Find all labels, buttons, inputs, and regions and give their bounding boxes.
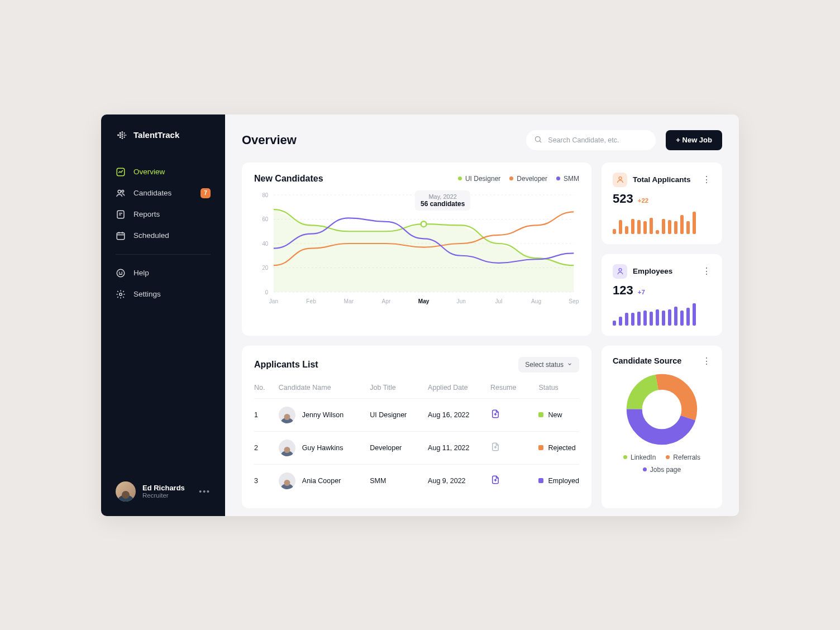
col-no: No.: [254, 380, 279, 399]
table-row[interactable]: 3 Ania Cooper SMM Aug 9, 2022 Employed: [254, 464, 579, 497]
applicants-card: Total Applicants ⋮ 523 +22: [602, 163, 722, 244]
main-content: Overview Search Candidate, etc. + New Jo…: [225, 114, 739, 516]
candidate-source-card: Candidate Source ⋮ LinkedIn Referrals Jo…: [602, 346, 722, 508]
nav-reports[interactable]: Reports: [109, 204, 217, 225]
svg-rect-16: [117, 232, 125, 239]
more-icon[interactable]: ⋮: [702, 174, 711, 185]
svg-point-10: [123, 136, 125, 137]
nav-scheduled[interactable]: Scheduled: [109, 225, 217, 246]
page-title: Overview: [242, 133, 297, 147]
primary-nav: Overview Candidates 7 Reports Scheduled: [101, 161, 225, 246]
reports-icon: [116, 209, 126, 219]
applicants-sparkline: [613, 212, 711, 234]
job-title: Developer: [370, 431, 428, 464]
user-info: Ed Richards Recruiter: [142, 484, 185, 499]
applicants-table: No. Candidate Name Job Title Applied Dat…: [254, 380, 579, 497]
svg-point-0: [117, 134, 119, 136]
nav-settings[interactable]: Settings: [109, 284, 217, 305]
row-no: 3: [254, 464, 279, 497]
search-icon: [534, 135, 542, 145]
svg-point-41: [421, 221, 427, 227]
user-role: Recruiter: [142, 492, 185, 499]
resume-icon[interactable]: [490, 479, 500, 487]
donut-legend: LinkedIn Referrals Jobs page: [613, 454, 711, 474]
svg-text:Feb: Feb: [306, 298, 316, 304]
svg-text:Aug: Aug: [531, 298, 541, 304]
status-label: Employed: [548, 477, 579, 485]
status-cell: Employed: [538, 477, 579, 485]
legend-referrals: Referrals: [666, 454, 700, 461]
more-icon[interactable]: ⋮: [702, 266, 711, 276]
new-job-button[interactable]: + New Job: [666, 130, 722, 150]
nav-label: Reports: [133, 210, 160, 218]
status-cell: New: [538, 411, 579, 419]
table-row[interactable]: 1 Jenny Wilson UI Designer Aug 16, 2022 …: [254, 398, 579, 431]
legend-dev: Developer: [509, 175, 547, 183]
resume-icon[interactable]: [490, 413, 500, 421]
svg-point-13: [118, 190, 121, 193]
chart-tooltip: May, 2022 56 candidates: [415, 190, 470, 211]
svg-point-3: [120, 136, 121, 138]
nav-label: Help: [133, 269, 149, 277]
candidate-cell: Jenny Wilson: [279, 407, 370, 423]
job-title: SMM: [370, 464, 428, 497]
svg-point-5: [122, 133, 123, 135]
source-title: Candidate Source: [613, 356, 681, 365]
svg-point-6: [122, 135, 123, 137]
svg-text:80: 80: [262, 192, 268, 198]
employees-icon: [613, 264, 627, 279]
search-input[interactable]: Search Candidate, etc.: [526, 130, 656, 150]
employees-sparkline: [613, 303, 711, 326]
content-grid: New Candidates UI Designer Developer SMM…: [242, 163, 722, 508]
nav-help[interactable]: Help: [109, 262, 217, 284]
candidate-cell: Ania Cooper: [279, 472, 370, 489]
svg-point-4: [122, 131, 123, 133]
resume-icon[interactable]: [490, 446, 500, 454]
table-row[interactable]: 2 Guy Hawkins Developer Aug 11, 2022 Rej…: [254, 431, 579, 464]
nav-overview[interactable]: Overview: [109, 161, 217, 183]
svg-point-8: [123, 132, 125, 133]
nav-label: Overview: [133, 168, 165, 176]
svg-text:May: May: [418, 298, 429, 304]
applicants-icon: [613, 173, 627, 187]
nav-label: Candidates: [133, 189, 171, 197]
gear-icon: [116, 289, 126, 299]
svg-text:60: 60: [262, 216, 268, 222]
legend-ui: UI Designer: [458, 175, 500, 183]
svg-text:Jan: Jan: [269, 298, 279, 304]
svg-text:Jul: Jul: [495, 298, 502, 304]
svg-point-14: [122, 190, 124, 192]
employees-card: Employees ⋮ 123 +7: [602, 254, 722, 336]
brand-logo: TalentTrack: [101, 129, 225, 161]
candidate-cell: Guy Hawkins: [279, 440, 370, 456]
candidate-avatar: [279, 472, 295, 489]
user-profile[interactable]: Ed Richards Recruiter •••: [101, 481, 225, 502]
status-filter[interactable]: Select status: [518, 357, 579, 373]
nav-badge: 7: [201, 188, 211, 198]
stat-value: 523: [613, 192, 633, 206]
more-icon[interactable]: •••: [199, 487, 211, 496]
chart-title: New Candidates: [254, 174, 323, 184]
nav-candidates[interactable]: Candidates 7: [109, 183, 217, 204]
svg-point-43: [619, 269, 622, 271]
donut-chart: LinkedIn Referrals Jobs page: [613, 369, 711, 474]
svg-point-18: [119, 272, 120, 273]
table-title: Applicants List: [254, 360, 318, 370]
svg-text:Jun: Jun: [457, 298, 466, 304]
svg-point-9: [123, 134, 125, 135]
col-status: Status: [538, 380, 579, 399]
nav-label: Scheduled: [133, 231, 169, 240]
status-label: New: [548, 411, 562, 419]
candidate-avatar: [279, 407, 295, 423]
stat-title: Total Applicants: [633, 175, 691, 184]
legend-linkedin: LinkedIn: [623, 454, 656, 461]
candidate-avatar: [279, 440, 295, 456]
applied-date: Aug 16, 2022: [428, 398, 490, 431]
col-date: Applied Date: [428, 380, 490, 399]
legend-smm: SMM: [556, 175, 579, 183]
applied-date: Aug 11, 2022: [428, 431, 490, 464]
stat-title: Employees: [633, 267, 672, 275]
more-icon[interactable]: ⋮: [702, 356, 711, 366]
svg-text:Apr: Apr: [382, 298, 391, 304]
applicants-list-card: Applicants List Select status No. Candid…: [242, 346, 591, 508]
